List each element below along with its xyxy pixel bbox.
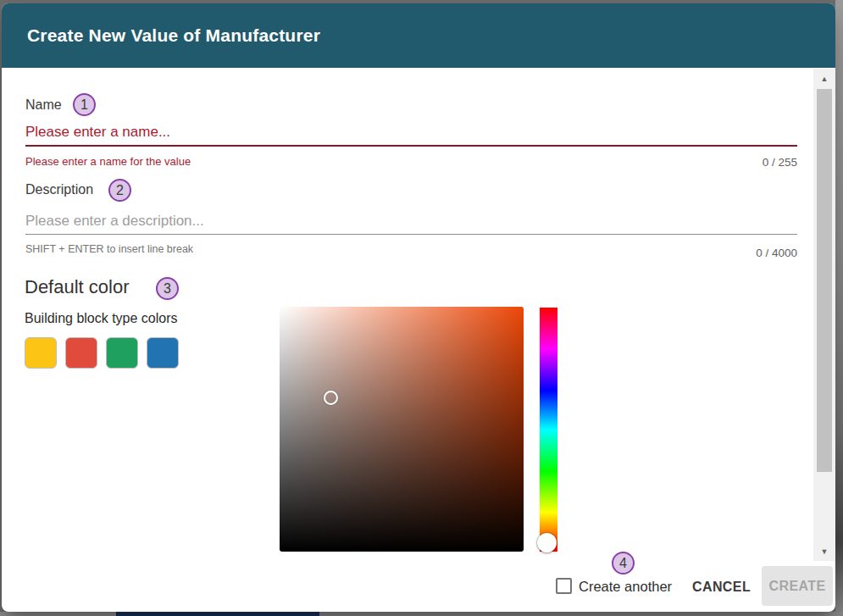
create-value-dialog: Create New Value of Manufacturer Name 1 …: [2, 3, 835, 612]
scrollbar-thumb[interactable]: [817, 89, 832, 472]
create-button[interactable]: CREATE: [762, 566, 833, 606]
name-label: Name: [25, 97, 62, 113]
color-swatch-yellow[interactable]: [25, 337, 57, 369]
color-swatch-red[interactable]: [65, 337, 97, 369]
description-char-counter: 0 / 4000: [756, 247, 797, 259]
create-another-checkbox[interactable]: [556, 578, 572, 594]
name-input[interactable]: Please enter a name...: [25, 124, 170, 141]
cancel-button[interactable]: CANCEL: [685, 576, 757, 598]
dialog-header: Create New Value of Manufacturer: [2, 3, 835, 68]
description-input-underline: [25, 234, 797, 235]
color-swatch-blue[interactable]: [147, 337, 179, 369]
name-error-message: Please enter a name for the value: [25, 155, 191, 168]
name-char-counter: 0 / 255: [763, 156, 797, 169]
scrollbar-up-arrow-icon[interactable]: ▲: [813, 70, 835, 87]
building-block-colors-label: Building block type colors: [25, 311, 178, 326]
description-helper-text: SHIFT + ENTER to insert line break: [25, 243, 193, 255]
page-backdrop-right: [835, 0, 843, 616]
annotation-badge-1: 1: [73, 93, 96, 116]
color-swatch-green[interactable]: [106, 337, 138, 369]
saturation-brightness-area[interactable]: [280, 307, 524, 552]
hue-slider-handle[interactable]: [537, 533, 557, 552]
create-another-label[interactable]: Create another: [579, 579, 672, 595]
dialog-title: Create New Value of Manufacturer: [27, 25, 320, 46]
page-backdrop-bottom-right: [319, 612, 843, 616]
default-color-heading: Default color: [25, 276, 130, 298]
name-input-underline: [25, 145, 797, 147]
annotation-badge-4: 4: [612, 552, 635, 574]
scrollbar-down-arrow-icon[interactable]: ▼: [813, 543, 835, 560]
annotation-badge-3: 3: [156, 277, 179, 300]
description-input[interactable]: Please enter a description...: [25, 213, 204, 230]
description-label: Description: [25, 182, 93, 197]
saturation-picker-handle[interactable]: [324, 391, 338, 405]
page-backdrop-bottom-left: [0, 612, 116, 616]
page-backdrop-navbar: [116, 612, 319, 616]
hue-slider[interactable]: [540, 308, 557, 552]
annotation-badge-2: 2: [108, 179, 131, 202]
